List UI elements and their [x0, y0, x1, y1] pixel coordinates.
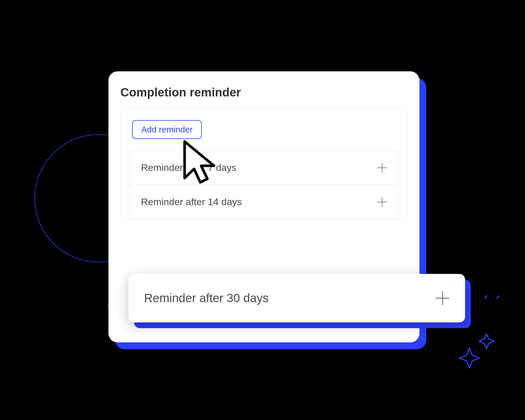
- reminder-label: Reminder after 30 days: [144, 291, 269, 305]
- reminder-row[interactable]: Reminder after 7 days: [130, 151, 398, 185]
- decorative-sparkle-icon: [458, 331, 498, 371]
- expand-plus-icon[interactable]: [436, 291, 449, 305]
- svg-point-3: [486, 300, 498, 313]
- reminder-label: Reminder after 14 days: [141, 196, 242, 207]
- reminder-row-highlighted[interactable]: Reminder after 30 days: [128, 274, 465, 322]
- reminder-label: Reminder after 7 days: [141, 162, 237, 173]
- add-reminder-button[interactable]: Add reminder: [132, 120, 202, 139]
- reminder-row[interactable]: Reminder after 14 days: [130, 185, 398, 219]
- expand-plus-icon[interactable]: [377, 163, 387, 173]
- svg-point-5: [494, 305, 495, 307]
- reminder-settings-box: Add reminder Reminder after 7 days Remin…: [120, 108, 407, 219]
- reminder-list: Reminder after 7 days Reminder after 14 …: [129, 150, 399, 219]
- svg-line-2: [497, 296, 499, 298]
- expand-plus-icon[interactable]: [377, 197, 387, 207]
- svg-line-1: [485, 296, 487, 298]
- panel-title: Completion reminder: [120, 86, 407, 99]
- decorative-face-icon: [482, 295, 502, 315]
- svg-point-4: [489, 305, 491, 307]
